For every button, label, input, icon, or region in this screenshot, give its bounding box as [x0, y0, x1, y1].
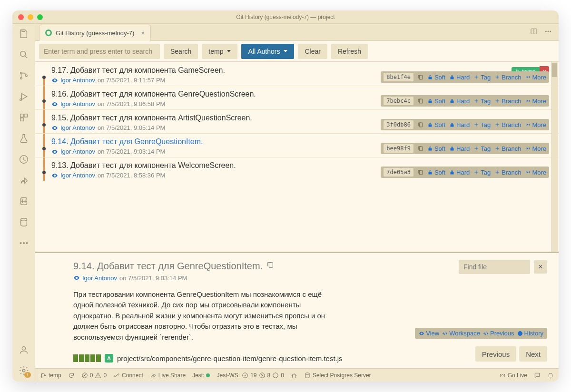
more-action[interactable]: More [525, 169, 546, 176]
copy-icon[interactable] [417, 122, 423, 128]
clipboard-icon[interactable] [266, 261, 274, 271]
extensions-icon[interactable] [18, 111, 30, 124]
share-icon[interactable] [18, 174, 30, 186]
previous-action[interactable]: Previous [483, 330, 514, 337]
close-detail-button[interactable]: × [534, 260, 547, 274]
commit-author[interactable]: Igor Antonov [60, 172, 95, 179]
branch-action[interactable]: Branch [494, 169, 521, 176]
sb-postgres[interactable]: Select Postgres Server [304, 372, 371, 379]
clear-button[interactable]: Clear [298, 44, 327, 59]
hard-action[interactable]: Hard [449, 74, 470, 81]
commit-hash[interactable]: 7bebc4c [384, 97, 413, 105]
commit-hash[interactable]: 7de05a3 [384, 168, 413, 176]
sb-liveshare[interactable]: Live Share [150, 372, 186, 379]
svg-rect-5 [20, 114, 23, 117]
detail-author[interactable]: Igor Antonov [82, 274, 117, 282]
sb-jest[interactable]: Jest: [192, 372, 210, 379]
next-page-button[interactable]: Next [519, 346, 547, 362]
branch-dropdown[interactable]: temp [202, 44, 237, 59]
commit-author[interactable]: Igor Antonov [60, 77, 95, 84]
explorer-icon[interactable] [18, 28, 30, 40]
commit-list[interactable]: temp 9.17. Добавит тест для компонента G… [35, 62, 559, 252]
copy-icon[interactable] [417, 169, 423, 176]
sb-debug[interactable] [291, 372, 297, 379]
hard-action[interactable]: Hard [449, 121, 470, 128]
testing-icon[interactable] [18, 132, 30, 145]
branch-action[interactable]: Branch [494, 145, 521, 152]
tag-action[interactable]: Tag [473, 169, 491, 176]
settings-gear-icon[interactable]: 1 [18, 364, 30, 377]
more-action[interactable]: More [525, 121, 546, 128]
source-control-icon[interactable] [18, 69, 30, 82]
commit-hash[interactable]: 3f0db86 [384, 120, 413, 129]
search-input[interactable] [39, 44, 160, 59]
tag-action[interactable]: Tag [473, 121, 491, 128]
commit-item[interactable]: temp 9.17. Добавит тест для компонента G… [35, 62, 559, 86]
more-actions-icon[interactable] [544, 28, 552, 37]
tag-action[interactable]: Tag [473, 74, 491, 81]
commit-item[interactable]: 9.13. Добавит тест для компонента Welcom… [35, 157, 559, 181]
more-action[interactable]: More [525, 145, 546, 152]
commit-item[interactable]: 9.15. Добавит тест для компонента Artist… [35, 109, 559, 133]
copy-icon[interactable] [417, 74, 423, 80]
view-action[interactable]: View [419, 330, 439, 337]
gitlens-icon[interactable] [18, 153, 30, 166]
hard-action[interactable]: Hard [449, 169, 470, 176]
soft-action[interactable]: Soft [427, 121, 445, 128]
find-file-input[interactable] [459, 260, 530, 274]
more-action[interactable]: More [525, 74, 546, 81]
minimize-window-button[interactable] [28, 14, 33, 20]
hard-action[interactable]: Hard [449, 145, 470, 152]
commit-item[interactable]: 9.14. Добавит тест для GenreQuestionItem… [35, 133, 559, 157]
branch-action[interactable]: Branch [494, 121, 521, 128]
scrollbar-track[interactable] [551, 62, 558, 252]
maximize-window-button[interactable] [37, 14, 43, 20]
commit-hash[interactable]: bee98f9 [384, 144, 413, 153]
copy-icon[interactable] [417, 98, 423, 104]
tab-close-icon[interactable]: × [141, 29, 145, 37]
sb-golive[interactable]: Go Live [499, 372, 527, 379]
database2-icon[interactable] [18, 195, 30, 207]
svg-point-36 [41, 376, 42, 377]
commit-author[interactable]: Igor Antonov [60, 100, 95, 108]
database-icon[interactable] [18, 216, 30, 228]
soft-action[interactable]: Soft [427, 169, 445, 176]
soft-action[interactable]: Soft [427, 145, 445, 152]
commit-item[interactable]: 9.16. Добавит тест для компонента GenreQ… [35, 86, 559, 109]
history-action[interactable]: History [517, 330, 543, 337]
previous-page-button[interactable]: Previous [475, 346, 516, 362]
soft-action[interactable]: Soft [427, 98, 445, 105]
branch-action[interactable]: Branch [494, 98, 521, 105]
commit-hash[interactable]: 8be1f4e [384, 73, 413, 81]
refresh-button[interactable]: Refresh [331, 44, 368, 59]
sb-sync[interactable] [68, 372, 75, 379]
search-button[interactable]: Search [164, 44, 198, 59]
copy-icon[interactable] [417, 146, 423, 152]
scrollbar-thumb[interactable] [551, 63, 557, 77]
authors-dropdown[interactable]: All Authors [241, 44, 294, 59]
sb-jestws[interactable]: Jest-WS: 19 8 0 [217, 372, 284, 379]
sb-branch[interactable]: temp [40, 372, 61, 379]
soft-action[interactable]: Soft [427, 74, 445, 81]
workspace-action[interactable]: Workspace [442, 330, 480, 337]
tag-action[interactable]: Tag [473, 98, 491, 105]
branch-action[interactable]: Branch [494, 74, 521, 81]
more-icon[interactable] [18, 237, 30, 249]
search-icon[interactable] [18, 49, 30, 61]
split-editor-icon[interactable] [530, 28, 538, 37]
account-icon[interactable] [18, 343, 30, 356]
more-action[interactable]: More [525, 98, 546, 105]
hard-action[interactable]: Hard [449, 98, 470, 105]
run-debug-icon[interactable] [18, 90, 30, 103]
tag-action[interactable]: Tag [473, 145, 491, 152]
commit-author[interactable]: Igor Antonov [60, 148, 95, 155]
sb-bell-icon[interactable] [547, 372, 554, 379]
tab-git-history[interactable]: Git History (guess-melody-7) × [39, 25, 151, 41]
commit-author[interactable]: Igor Antonov [60, 124, 95, 131]
close-window-button[interactable] [18, 14, 24, 20]
sb-connect[interactable]: Connect [113, 372, 143, 379]
file-path[interactable]: project/src/components/genre-question-it… [117, 354, 343, 363]
commit-actions: 7bebc4c Soft Hard Tag Branch More [381, 95, 549, 107]
sb-problems[interactable]: 0 0 [81, 372, 107, 379]
sb-feedback-icon[interactable] [534, 372, 541, 379]
